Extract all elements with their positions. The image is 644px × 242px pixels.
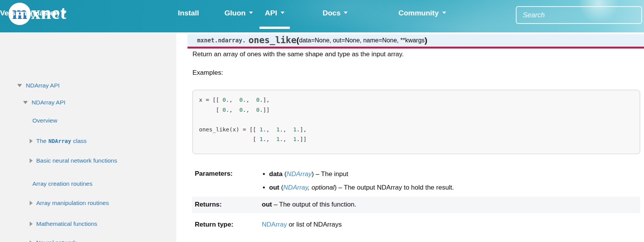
param-desc: ) – The input bbox=[312, 170, 348, 178]
return-type-rest: or list of NDArrays bbox=[287, 221, 342, 228]
collapse-arrow-icon[interactable] bbox=[30, 240, 33, 242]
examples-label: Examples: bbox=[192, 69, 223, 77]
returns-value: out – The output of this function. bbox=[262, 201, 356, 208]
parameters-label: Parameters: bbox=[195, 170, 233, 178]
sidebar-item-label: Neural network bbox=[36, 239, 76, 242]
sidebar-item-basic-neural-network-functions[interactable]: Basic neural network functions bbox=[30, 157, 117, 164]
expand-arrow-icon[interactable] bbox=[23, 101, 28, 104]
chevron-down-icon bbox=[344, 12, 348, 14]
param-extra: , optional bbox=[308, 184, 335, 191]
parameters-list: data (NDArray) – The input out (NDArray,… bbox=[263, 167, 454, 194]
sidebar-item-ndarray-api[interactable]: NDArray API bbox=[17, 82, 60, 89]
param-name: data bbox=[269, 170, 283, 178]
nav-item-label: API bbox=[265, 9, 277, 17]
nav-item-label: Versions(master) bbox=[0, 9, 59, 17]
signature-arguments: data=None, out=None, name=None, **kwargs bbox=[299, 37, 425, 44]
sidebar-item-mathematical-functions[interactable]: Mathematical functions bbox=[30, 220, 97, 227]
sidebar-item-label: NDArray API bbox=[32, 99, 65, 106]
collapse-arrow-icon[interactable] bbox=[30, 201, 33, 205]
chevron-down-icon bbox=[442, 12, 446, 14]
chevron-down-icon bbox=[281, 12, 284, 14]
nav-item-community[interactable]: Community bbox=[398, 9, 446, 17]
sidebar-item-array-manipulation-routines[interactable]: Array manipulation routines bbox=[30, 200, 109, 207]
top-navbar: m xnet Install Gluon API Docs Community … bbox=[0, 0, 644, 32]
signature-function-name: ones_like bbox=[248, 35, 296, 45]
ndarray-type-link[interactable]: NDArray bbox=[283, 184, 308, 191]
collapse-arrow-icon[interactable] bbox=[30, 158, 33, 163]
nav-item-label: Docs bbox=[323, 9, 340, 17]
nav-item-install[interactable]: Install bbox=[178, 9, 199, 17]
chevron-down-icon bbox=[63, 12, 67, 14]
code-block: x = [[ 0., 0., 0.], [ 0., 0., 0.]] ones_… bbox=[192, 90, 640, 154]
nav-item-api[interactable]: API bbox=[265, 9, 284, 17]
sidebar-item-the-ndarray-class[interactable]: TheNDArrayclass bbox=[30, 138, 87, 145]
function-signature-header: mxnet.ndarray. ones_like ( data=None, ou… bbox=[187, 34, 644, 49]
search-input[interactable] bbox=[516, 6, 642, 24]
ndarray-return-type-link[interactable]: NDArray bbox=[262, 221, 287, 228]
nav-item-label: Community bbox=[398, 9, 439, 17]
sidebar-item-neural-network[interactable]: Neural network bbox=[30, 239, 76, 242]
ndarray-type-link[interactable]: NDArray bbox=[286, 170, 311, 178]
sidebar-item-label-mono: NDArray bbox=[49, 138, 71, 144]
sidebar-item-label: NDArray API bbox=[26, 82, 60, 89]
signature-close-paren: ) bbox=[425, 36, 427, 45]
sidebar-item-overview[interactable]: Overview bbox=[32, 117, 57, 124]
signature-module-prefix: mxnet.ndarray. bbox=[197, 37, 246, 44]
sidebar-item-label: The bbox=[36, 138, 47, 145]
expand-arrow-icon[interactable] bbox=[17, 84, 22, 87]
nav-item-label: Gluon bbox=[224, 9, 246, 17]
parameter-item-out: out (NDArray, optional) – The output NDA… bbox=[263, 181, 454, 194]
collapse-arrow-icon[interactable] bbox=[30, 222, 33, 226]
return-type-value: NDArray or list of NDArrays bbox=[262, 221, 342, 229]
function-description: Return an array of ones with the same sh… bbox=[192, 50, 404, 58]
returns-desc: – The output of this function. bbox=[272, 201, 356, 208]
sidebar-item-label: Basic neural network functions bbox=[36, 157, 117, 164]
returns-row-background bbox=[192, 197, 640, 213]
param-paren: ( bbox=[279, 184, 283, 191]
sidebar-item-label: Array manipulation routines bbox=[36, 200, 109, 207]
sidebar-item-array-creation-routines[interactable]: Array creation routines bbox=[32, 180, 92, 187]
sidebar-item-label: Mathematical functions bbox=[36, 220, 97, 227]
nav-item-versions[interactable]: Versions(master) bbox=[0, 9, 67, 17]
nav-item-docs[interactable]: Docs bbox=[323, 9, 348, 17]
param-paren: ( bbox=[283, 170, 286, 178]
nav-item-gluon[interactable]: Gluon bbox=[224, 9, 253, 17]
returns-label: Returns: bbox=[195, 201, 222, 208]
return-type-label: Return type: bbox=[195, 221, 233, 229]
signature-open-paren: ( bbox=[296, 36, 299, 45]
parameter-item-data: data (NDArray) – The input bbox=[263, 167, 454, 181]
chevron-down-icon bbox=[249, 12, 253, 14]
sidebar-item-label: Array creation routines bbox=[32, 180, 92, 187]
param-desc: ) – The output NDArray to hold the resul… bbox=[335, 184, 454, 191]
sidebar-item-label: Overview bbox=[32, 117, 57, 124]
sidebar-item-label: class bbox=[73, 138, 87, 145]
returns-name: out bbox=[262, 201, 272, 208]
param-name: out bbox=[269, 184, 279, 191]
collapse-arrow-icon[interactable] bbox=[30, 139, 33, 143]
sidebar: NDArray API NDArray API Overview TheNDAr… bbox=[0, 32, 176, 242]
sidebar-item-ndarray-api-2[interactable]: NDArray API bbox=[23, 99, 65, 106]
nav-item-label: Install bbox=[178, 9, 199, 17]
